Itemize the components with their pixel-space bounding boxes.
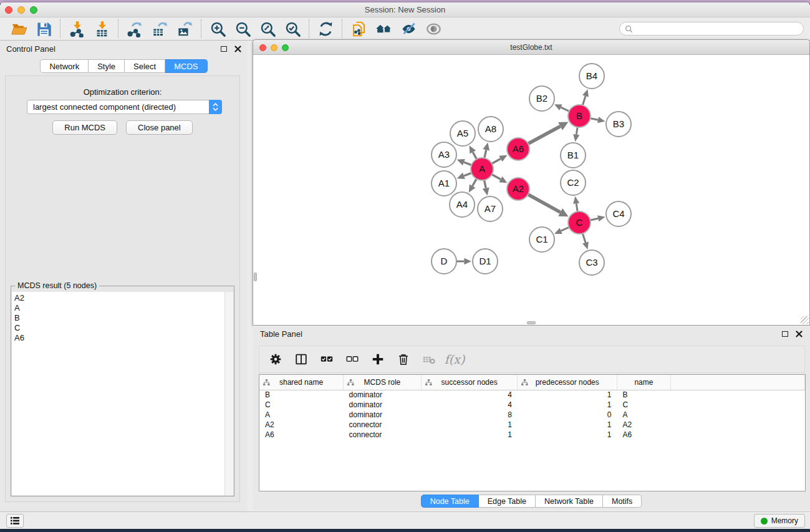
table-row[interactable]: Bdominator41B bbox=[259, 390, 805, 400]
table-cell[interactable]: 1 bbox=[518, 400, 617, 410]
table-tab-node-table[interactable]: Node Table bbox=[421, 495, 479, 508]
table-tab-edge-table[interactable]: Edge Table bbox=[479, 495, 536, 508]
run-mcds-button[interactable]: Run MCDS bbox=[52, 120, 117, 135]
column-header-predecessor-nodes[interactable]: predecessor nodes bbox=[518, 375, 617, 390]
table-cell[interactable]: dominator bbox=[344, 410, 422, 420]
table-cell[interactable]: 8 bbox=[421, 410, 518, 420]
export-table-icon[interactable] bbox=[147, 19, 172, 39]
result-item[interactable]: A bbox=[14, 303, 226, 313]
hide-panels-icon[interactable] bbox=[396, 19, 421, 39]
add-column-icon[interactable] bbox=[368, 350, 388, 369]
refresh-network-icon[interactable] bbox=[313, 19, 338, 39]
node-A8[interactable]: A8 bbox=[478, 117, 503, 142]
close-panel-button[interactable]: Close panel bbox=[126, 120, 193, 135]
node-D1[interactable]: D1 bbox=[473, 249, 498, 274]
table-cell[interactable]: dominator bbox=[344, 400, 422, 410]
table-cell[interactable]: 1 bbox=[421, 430, 518, 440]
table-cell[interactable]: C bbox=[617, 400, 671, 410]
node-table[interactable]: shared nameMCDS rolesuccessor nodesprede… bbox=[259, 374, 806, 491]
table-cell[interactable]: 1 bbox=[421, 420, 518, 430]
network-graph[interactable]: B4B2BB3A8A5A6A3B1AC2A1A2A4A7C4CC1DD1C3 bbox=[254, 56, 809, 325]
node-A5[interactable]: A5 bbox=[450, 121, 475, 146]
table-cell[interactable]: B bbox=[259, 390, 344, 400]
table-cell[interactable]: connector bbox=[344, 420, 422, 430]
node-C4[interactable]: C4 bbox=[606, 201, 631, 226]
task-history-button[interactable] bbox=[6, 514, 24, 528]
export-image-icon[interactable] bbox=[172, 19, 197, 39]
table-row[interactable]: Adominator80A bbox=[259, 410, 805, 420]
table-cell[interactable]: 1 bbox=[518, 420, 617, 430]
optimization-criterion-select[interactable]: largest connected component (directed) bbox=[27, 100, 222, 114]
table-tab-motifs[interactable]: Motifs bbox=[603, 495, 642, 508]
search-input[interactable] bbox=[636, 24, 798, 33]
table-cell[interactable]: A6 bbox=[617, 430, 671, 440]
close-icon[interactable] bbox=[796, 331, 803, 337]
column-header-MCDS-role[interactable]: MCDS role bbox=[344, 375, 422, 390]
node-C[interactable]: C bbox=[568, 211, 591, 234]
mcds-result-list[interactable]: A2ABCA6 bbox=[12, 292, 226, 495]
zoom-fit-icon[interactable] bbox=[255, 19, 280, 39]
node-A7[interactable]: A7 bbox=[478, 196, 503, 221]
table-cell[interactable]: A6 bbox=[259, 430, 344, 440]
table-cell[interactable]: A2 bbox=[617, 420, 671, 430]
search-field[interactable] bbox=[619, 22, 804, 36]
table-cell[interactable]: 4 bbox=[421, 400, 518, 410]
table-row[interactable]: Cdominator41C bbox=[259, 400, 805, 410]
memory-button[interactable]: Memory bbox=[754, 514, 805, 528]
node-C1[interactable]: C1 bbox=[529, 227, 554, 252]
split-panel-icon[interactable] bbox=[291, 350, 311, 369]
column-header-successor-nodes[interactable]: successor nodes bbox=[421, 375, 518, 390]
deselect-all-icon[interactable] bbox=[342, 350, 362, 369]
horizontal-scrollbar-thumb[interactable] bbox=[527, 321, 536, 324]
tab-style[interactable]: Style bbox=[89, 59, 125, 73]
zoom-selected-icon[interactable] bbox=[280, 19, 305, 39]
show-panels-icon[interactable] bbox=[421, 19, 446, 39]
float-icon[interactable] bbox=[782, 331, 788, 337]
table-row[interactable]: A6connector11A6 bbox=[259, 430, 805, 440]
result-scrollbar[interactable] bbox=[224, 292, 233, 495]
table-cell[interactable]: 1 bbox=[518, 430, 617, 440]
node-D[interactable]: D bbox=[432, 249, 456, 274]
node-B1[interactable]: B1 bbox=[561, 143, 586, 168]
home-view-icon[interactable] bbox=[371, 19, 396, 39]
select-all-icon[interactable] bbox=[317, 350, 337, 369]
save-session-icon[interactable] bbox=[31, 19, 56, 39]
export-network-icon[interactable] bbox=[122, 19, 147, 39]
node-A1[interactable]: A1 bbox=[432, 171, 456, 196]
table-row[interactable]: A2connector11A2 bbox=[259, 420, 805, 430]
result-item[interactable]: B bbox=[14, 313, 226, 323]
table-cell[interactable]: 0 bbox=[518, 410, 617, 420]
table-cell[interactable]: A2 bbox=[259, 420, 344, 430]
resize-grip[interactable] bbox=[801, 316, 809, 324]
settings-icon[interactable] bbox=[266, 350, 286, 369]
zoom-in-icon[interactable] bbox=[205, 19, 230, 39]
node-C2[interactable]: C2 bbox=[561, 170, 586, 195]
table-cell[interactable]: 1 bbox=[518, 390, 617, 400]
node-A2[interactable]: A2 bbox=[507, 178, 529, 200]
table-cell[interactable]: dominator bbox=[344, 390, 422, 400]
table-tab-network-table[interactable]: Network Table bbox=[536, 495, 603, 508]
node-B4[interactable]: B4 bbox=[579, 64, 604, 89]
tab-mcds[interactable]: MCDS bbox=[165, 59, 207, 73]
column-header-shared-name[interactable]: shared name bbox=[259, 375, 344, 390]
node-A[interactable]: A bbox=[471, 158, 493, 180]
zoom-out-icon[interactable] bbox=[230, 19, 255, 39]
table-cell[interactable]: A bbox=[259, 410, 344, 420]
node-C3[interactable]: C3 bbox=[579, 250, 604, 275]
float-icon[interactable] bbox=[221, 46, 227, 52]
node-B3[interactable]: B3 bbox=[606, 112, 631, 137]
table-cell[interactable]: A bbox=[617, 410, 671, 420]
delete-column-icon[interactable] bbox=[393, 350, 413, 369]
node-B[interactable]: B bbox=[568, 105, 591, 127]
node-A4[interactable]: A4 bbox=[450, 192, 475, 217]
node-B2[interactable]: B2 bbox=[529, 86, 554, 111]
copy-network-icon[interactable] bbox=[346, 19, 371, 39]
result-item[interactable]: A6 bbox=[14, 333, 226, 343]
table-cell[interactable]: C bbox=[259, 400, 344, 410]
table-cell[interactable]: 4 bbox=[421, 390, 518, 400]
open-session-icon[interactable] bbox=[6, 19, 31, 39]
node-A6[interactable]: A6 bbox=[507, 138, 529, 160]
tab-select[interactable]: Select bbox=[125, 59, 165, 73]
network-canvas[interactable]: B4B2BB3A8A5A6A3B1AC2A1A2A4A7C4CC1DD1C3 bbox=[254, 56, 809, 325]
result-item[interactable]: A2 bbox=[14, 293, 226, 303]
